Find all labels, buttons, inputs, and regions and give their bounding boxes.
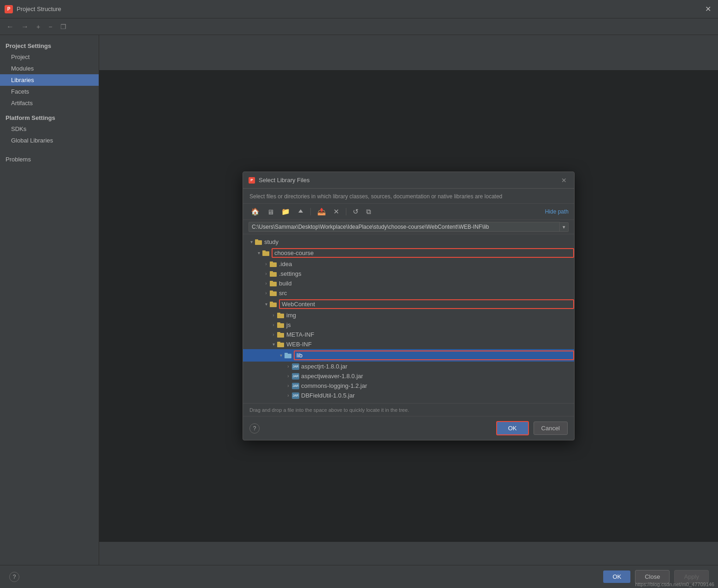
toggle-meta-inf[interactable]: ›: [270, 332, 277, 337]
toggle-js[interactable]: ›: [270, 322, 277, 327]
tree-item-webcontent[interactable]: ▾ WebContent: [243, 298, 574, 310]
tree-item-dbfieldutil[interactable]: › JAR DBFieldUtil-1.0.5.jar: [243, 391, 574, 400]
tree-item-choose-course[interactable]: ▾ choose-course: [243, 247, 574, 259]
tree-item-web-inf[interactable]: ▾ WEB-INF: [243, 339, 574, 349]
main-ok-button[interactable]: OK: [603, 570, 630, 583]
sidebar-item-global-libraries[interactable]: Global Libraries: [0, 135, 99, 146]
svg-rect-0: [255, 240, 262, 245]
subtract-button[interactable]: −: [46, 22, 54, 31]
tree-item-lib[interactable]: ▾ lib: [243, 349, 574, 362]
toggle-lib[interactable]: ▾: [277, 353, 285, 358]
dialog-ok-button[interactable]: OK: [496, 421, 529, 435]
tree-item-idea[interactable]: › .idea: [243, 259, 574, 269]
share-folder-button[interactable]: 📤: [315, 207, 328, 217]
jar-icon-aspectjrt: JAR: [292, 363, 299, 370]
bottom-bar: ? OK Close Apply https://blog.csdn.net/m…: [0, 565, 718, 588]
up-folder-button[interactable]: [295, 207, 306, 217]
copy-path-button[interactable]: ⧉: [364, 207, 374, 217]
toggle-settings[interactable]: ›: [262, 271, 270, 276]
copy-button[interactable]: ❐: [58, 22, 69, 31]
folder-icon-webcontent: [270, 301, 277, 308]
sidebar-item-problems[interactable]: Problems: [0, 154, 99, 165]
tree-label-meta-inf: META-INF: [286, 331, 574, 338]
svg-rect-21: [277, 342, 280, 343]
svg-rect-19: [277, 332, 280, 333]
path-dropdown-button[interactable]: ▾: [560, 222, 569, 232]
toggle-build[interactable]: ›: [262, 281, 270, 286]
sidebar-item-libraries[interactable]: Libraries: [0, 74, 99, 86]
tree-item-aspectjweaver[interactable]: › JAR aspectjweaver-1.8.0.jar: [243, 371, 574, 381]
sidebar-item-modules[interactable]: Modules: [0, 63, 99, 74]
svg-rect-2: [262, 251, 269, 256]
tree-item-meta-inf[interactable]: › META-INF: [243, 330, 574, 339]
toggle-dbfieldutil[interactable]: ›: [285, 393, 292, 398]
jar-icon-dbfieldutil: JAR: [292, 392, 299, 399]
tree-item-build[interactable]: › build: [243, 279, 574, 288]
sidebar-item-facets[interactable]: Facets: [0, 86, 99, 97]
svg-rect-10: [270, 291, 277, 296]
toggle-aspectjrt[interactable]: ›: [285, 364, 292, 369]
tree-label-study: study: [264, 238, 574, 245]
dialog-footer: ? OK Cancel: [243, 416, 574, 440]
path-input[interactable]: [249, 222, 560, 232]
new-folder-button[interactable]: 📁: [279, 207, 292, 217]
modal-overlay: P Select Library Files ✕ Select files or…: [99, 70, 718, 542]
tree-label-js: js: [286, 321, 574, 328]
tree-label-src: src: [279, 290, 574, 297]
refresh-button[interactable]: ↺: [350, 207, 361, 217]
dialog-cancel-button[interactable]: Cancel: [534, 422, 568, 435]
svg-rect-3: [262, 250, 266, 252]
toggle-src[interactable]: ›: [262, 291, 270, 296]
toggle-idea[interactable]: ›: [262, 261, 270, 267]
folder-icon-idea: [270, 261, 277, 267]
file-tree[interactable]: ▾ study ▾ choose-course: [243, 234, 574, 403]
nav-bar: ← → + − ❐: [0, 18, 718, 35]
dialog-title-bar: P Select Library Files ✕: [243, 172, 574, 189]
tree-item-js[interactable]: › js: [243, 320, 574, 330]
tree-item-img[interactable]: › img: [243, 310, 574, 320]
sidebar-item-sdks[interactable]: SDKs: [0, 123, 99, 135]
tree-label-build: build: [279, 280, 574, 287]
svg-rect-12: [270, 303, 277, 307]
folder-icon-web-inf: [277, 341, 285, 348]
project-settings-header: Project Settings: [0, 40, 99, 51]
toggle-aspectjweaver[interactable]: ›: [285, 374, 292, 379]
dialog-toolbar: 🏠 🖥 📁 📤 ✕ ↺ ⧉ Hide path: [243, 204, 574, 220]
tree-item-src[interactable]: › src: [243, 288, 574, 298]
tree-item-commons-logging[interactable]: › JAR commons-logging-1.2.jar: [243, 381, 574, 391]
dialog-close-button[interactable]: ✕: [559, 176, 569, 185]
sidebar-item-project[interactable]: Project: [0, 51, 99, 63]
tree-label-commons-logging: commons-logging-1.2.jar: [301, 382, 574, 389]
folder-icon-build: [270, 280, 277, 287]
toggle-study[interactable]: ▾: [248, 239, 255, 244]
tree-label-webcontent: WebContent: [279, 299, 574, 309]
back-button[interactable]: ←: [5, 22, 16, 32]
tree-label-idea: .idea: [279, 261, 574, 267]
sidebar-item-artifacts[interactable]: Artifacts: [0, 97, 99, 109]
help-button[interactable]: ?: [249, 423, 260, 434]
toggle-choose-course[interactable]: ▾: [255, 250, 262, 255]
svg-rect-9: [270, 281, 273, 282]
tree-label-choose-course: choose-course: [272, 248, 574, 258]
bottom-left-help: ?: [9, 572, 19, 582]
delete-button[interactable]: ✕: [331, 207, 342, 217]
drag-hint: Drag and drop a file into the space abov…: [249, 407, 409, 413]
tree-label-aspectjrt: aspectjrt-1.8.0.jar: [301, 363, 574, 370]
tree-item-settings[interactable]: › .settings: [243, 269, 574, 279]
tree-item-study[interactable]: ▾ study: [243, 237, 574, 247]
toggle-img[interactable]: ›: [270, 313, 277, 318]
main-help-button[interactable]: ?: [9, 572, 19, 582]
home-button[interactable]: 🏠: [249, 207, 262, 217]
toggle-web-inf[interactable]: ▾: [270, 342, 277, 347]
add-button[interactable]: +: [34, 22, 42, 31]
tree-item-aspectjrt[interactable]: › JAR aspectjrt-1.8.0.jar: [243, 362, 574, 371]
main-window: P Project Structure ✕ ← → + − ❐ Project …: [0, 0, 718, 588]
window-close-button[interactable]: ✕: [702, 4, 713, 15]
desktop-button[interactable]: 🖥: [265, 207, 276, 217]
toggle-commons-logging[interactable]: ›: [285, 383, 292, 388]
svg-rect-8: [270, 282, 277, 286]
hide-path-link[interactable]: Hide path: [545, 208, 569, 215]
toggle-webcontent[interactable]: ▾: [262, 302, 270, 307]
forward-button[interactable]: →: [19, 22, 30, 32]
svg-rect-14: [277, 314, 284, 318]
